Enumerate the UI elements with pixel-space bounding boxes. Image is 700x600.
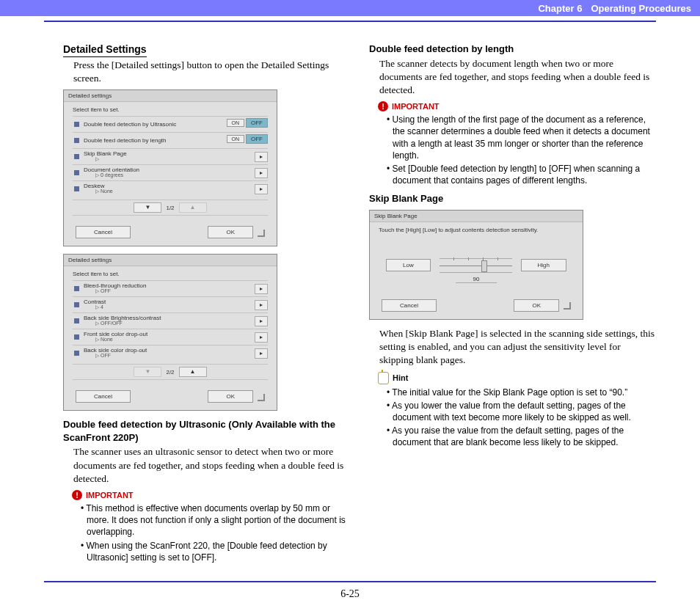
- disclosure-arrow-icon[interactable]: ▸: [255, 316, 268, 326]
- bottom-rule: [44, 581, 656, 582]
- bullet-icon: [74, 286, 79, 291]
- bullet: Set [Double feed detection by length] to…: [387, 163, 656, 186]
- page-down-button[interactable]: ▼: [134, 202, 161, 213]
- row-ultrasonic[interactable]: Double feed detection by UltrasonicONOFF: [73, 116, 268, 132]
- bullet: As you raise the value from the default …: [387, 425, 656, 448]
- dialog-prompt: Select item to set.: [73, 106, 268, 113]
- bullet-icon: [74, 318, 79, 323]
- heading-skip-blank: Skip Blank Page: [369, 192, 656, 205]
- disclosure-arrow-icon[interactable]: ▸: [255, 348, 268, 359]
- low-button[interactable]: Low: [386, 259, 431, 271]
- disclosure-arrow-icon[interactable]: ▸: [255, 168, 268, 178]
- ok-button[interactable]: OK: [208, 226, 253, 238]
- pager: ▼2/2▲: [73, 364, 268, 380]
- disclosure-arrow-icon[interactable]: ▸: [255, 300, 268, 310]
- row-orientation[interactable]: Document orientation▷ 0 degrees▸: [73, 164, 268, 180]
- on-off-toggle[interactable]: ONOFF: [225, 118, 269, 131]
- screenshot-skip-blank: Skip Blank Page Touch the [High] [Low] t…: [369, 210, 583, 320]
- screenshot-detailed-settings-1: Detailed settings Select item to set. Do…: [63, 89, 277, 246]
- heading-length: Double feed detection by length: [369, 43, 656, 56]
- dialog-title: Detailed settings: [64, 90, 277, 102]
- cancel-button[interactable]: Cancel: [76, 390, 131, 403]
- sensitivity-slider[interactable]: Low High: [386, 258, 566, 273]
- page-up-button: ▲: [179, 202, 207, 213]
- cancel-button[interactable]: Cancel: [382, 299, 437, 312]
- manual-page: Chapter 6 Operating Procedures Detailed …: [0, 0, 700, 600]
- bullet-icon: [74, 186, 79, 191]
- page-indicator: 1/2: [166, 205, 174, 211]
- dialog-message: Touch the [High] [Low] to adjust content…: [379, 227, 574, 233]
- important-callout: ! IMPORTANT: [72, 490, 350, 500]
- row-length[interactable]: Double feed detection by lengthONOFF: [73, 132, 268, 148]
- high-button[interactable]: High: [521, 259, 566, 271]
- row-front-dropout[interactable]: Front side color drop-out▷ None▸: [73, 329, 268, 345]
- row-skip-blank[interactable]: Skip Blank Page▷▸: [73, 148, 268, 164]
- important-callout: ! IMPORTANT: [378, 101, 656, 111]
- important-icon: !: [378, 101, 388, 111]
- ok-button[interactable]: OK: [208, 390, 253, 403]
- resize-grip-icon: [256, 392, 265, 401]
- disclosure-arrow-icon[interactable]: ▸: [255, 184, 268, 194]
- dialog-title: Skip Blank Page: [370, 211, 583, 222]
- page-down-button: ▼: [134, 367, 161, 377]
- ultrasonic-body: The scanner uses an ultrasonic sensor to…: [73, 445, 350, 486]
- disclosure-arrow-icon[interactable]: ▸: [255, 152, 268, 162]
- bullet-icon: [74, 138, 79, 143]
- row-back-dropout[interactable]: Back side color drop-out▷ OFF▸: [73, 345, 268, 361]
- slider-track[interactable]: [440, 258, 512, 273]
- bullet-icon: [74, 170, 79, 175]
- right-column: Double feed detection by length The scan…: [379, 43, 656, 568]
- pager: ▼1/2▲: [73, 200, 268, 216]
- bullet-icon: [74, 351, 79, 356]
- important-bullets: This method is effective when documents …: [73, 502, 350, 563]
- bullet-icon: [74, 122, 79, 127]
- disclosure-arrow-icon[interactable]: ▸: [255, 284, 268, 294]
- slider-thumb-icon[interactable]: [481, 260, 487, 272]
- chapter-number: Chapter 6: [538, 3, 582, 14]
- left-column: Detailed Settings Press the [Detailed se…: [73, 43, 350, 568]
- hint-bullets: The initial value for the Skip Blank Pag…: [379, 387, 656, 449]
- on-off-toggle[interactable]: ONOFF: [225, 134, 269, 147]
- disclosure-arrow-icon[interactable]: ▸: [255, 332, 268, 343]
- hint-icon: [378, 372, 389, 384]
- important-label: IMPORTANT: [392, 102, 440, 111]
- hint-callout: Hint: [378, 372, 656, 384]
- important-icon: !: [72, 490, 82, 500]
- bullet: When using the ScanFront 220, the [Doubl…: [81, 540, 350, 563]
- row-contrast[interactable]: Contrast▷ 4▸: [73, 296, 268, 312]
- important-label: IMPORTANT: [86, 491, 134, 500]
- dialog-title: Detailed settings: [64, 255, 277, 266]
- bullet: Using the length of the first page of th…: [387, 114, 656, 161]
- bullet-icon: [74, 154, 79, 159]
- ok-button[interactable]: OK: [514, 299, 559, 312]
- heading-ultrasonic: Double feed detection by Ultrasonic (Onl…: [63, 418, 350, 444]
- dialog-prompt: Select item to set.: [73, 271, 268, 277]
- bullet-icon: [74, 302, 79, 307]
- row-deskew[interactable]: Deskew▷ None▸: [73, 180, 268, 197]
- length-body: The scanner detects by document length w…: [379, 57, 656, 98]
- resize-grip-icon: [256, 228, 265, 237]
- screenshot-detailed-settings-2: Detailed settings Select item to set. Bl…: [63, 254, 277, 411]
- bullet: This method is effective when documents …: [81, 502, 350, 538]
- row-bleedthrough[interactable]: Bleed-through reduction▷ OFF▸: [73, 280, 268, 296]
- heading-detailed-settings: Detailed Settings: [63, 43, 147, 57]
- skip-blank-body: When [Skip Blank Page] is selected in th…: [379, 327, 656, 367]
- slider-value: 90: [456, 276, 497, 283]
- chapter-header-band: Chapter 6 Operating Procedures: [0, 0, 700, 16]
- cancel-button[interactable]: Cancel: [76, 226, 131, 238]
- bullet-icon: [74, 334, 79, 340]
- bullet: As you lower the value from the default …: [387, 400, 656, 423]
- detailed-settings-intro: Press the [Detailed settings] button to …: [73, 59, 350, 85]
- resize-grip-icon: [562, 301, 571, 310]
- page-up-button[interactable]: ▲: [179, 367, 207, 377]
- chapter-title: Operating Procedures: [591, 3, 691, 14]
- important-bullets: Using the length of the first page of th…: [379, 114, 656, 186]
- page-number: 6-25: [0, 588, 700, 600]
- hint-label: Hint: [393, 373, 408, 382]
- bullet: The initial value for the Skip Blank Pag…: [387, 387, 656, 398]
- page-indicator: 2/2: [166, 369, 174, 376]
- row-back-brightness[interactable]: Back side Brightness/contrast▷ OFF/OFF▸: [73, 312, 268, 329]
